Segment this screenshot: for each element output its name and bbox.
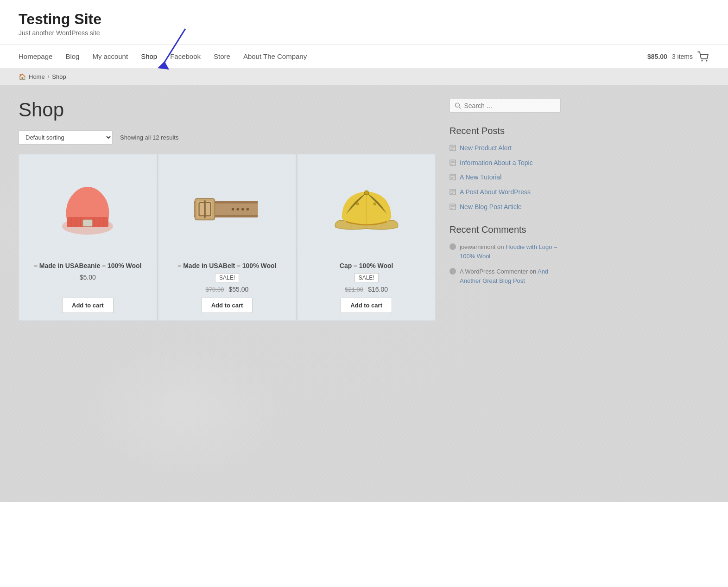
sort-select[interactable]: Default sortingSort by popularitySort by… xyxy=(19,130,113,145)
site-tagline: Just another WordPress site xyxy=(19,29,709,37)
comment-avatar xyxy=(449,243,456,250)
price-old-belt: $70.00 xyxy=(206,286,224,293)
cart-items: 3 items xyxy=(672,53,693,60)
belt-image xyxy=(190,182,264,238)
add-to-cart-beanie[interactable]: Add to cart xyxy=(62,298,114,313)
nav-links: HomepageBlogMy accountShopFacebookStoreA… xyxy=(19,46,647,67)
nav-link-homepage[interactable]: Homepage xyxy=(19,46,52,67)
product-name-cap: Cap – 100% Wool xyxy=(340,262,393,269)
post-icon xyxy=(449,204,456,210)
recent-posts-section: Recent Posts New Product Alert Informati… xyxy=(449,126,561,211)
recent-post-link[interactable]: A New Tutorial xyxy=(460,173,501,182)
sidebar-search xyxy=(449,99,561,113)
shop-content: Shop Default sortingSort by popularitySo… xyxy=(19,85,436,321)
comment-avatar xyxy=(449,268,456,274)
shop-title: Shop xyxy=(19,85,436,130)
recent-post-link[interactable]: New Blog Post Article xyxy=(460,203,522,212)
comment-text: joewarnimont on Hoodie with Logo – 100% … xyxy=(460,242,561,261)
cart-icon[interactable] xyxy=(697,51,709,62)
recent-post-link[interactable]: A Post About WordPress xyxy=(460,188,531,197)
cap-image xyxy=(329,180,404,240)
recent-post-item: Information About a Topic xyxy=(449,159,561,168)
site-title: Testing Site xyxy=(19,11,709,27)
shop-controls: Default sortingSort by popularitySort by… xyxy=(19,130,436,145)
product-card-cap: Cap – 100% Wool SALE! $21.00 $16.00 Add … xyxy=(297,154,436,321)
recent-post-item: A Post About WordPress xyxy=(449,188,561,197)
breadcrumb-home-link[interactable]: Home xyxy=(29,73,45,80)
product-image-cap xyxy=(305,164,428,256)
price-area-beanie: $5.00 xyxy=(80,273,96,281)
site-header: Testing Site Just another WordPress site xyxy=(0,0,728,45)
recent-comments-list: joewarnimont on Hoodie with Logo – 100% … xyxy=(449,242,561,285)
comment-text: A WordPress Commenter on And Another Gre… xyxy=(460,267,561,285)
recent-posts-title: Recent Posts xyxy=(449,126,561,136)
post-icon xyxy=(449,174,456,180)
add-to-cart-belt[interactable]: Add to cart xyxy=(202,298,253,313)
comment-author: joewarnimont xyxy=(460,243,495,250)
products-grid: – Made in USABeanie – 100% Wool $5.00 Ad… xyxy=(19,154,436,321)
nav-link-facebook[interactable]: Facebook xyxy=(170,46,201,67)
price-new-belt: $55.00 xyxy=(229,286,249,293)
recent-posts-list: New Product Alert Information About a To… xyxy=(449,144,561,211)
price-beanie: $5.00 xyxy=(80,274,96,281)
post-icon xyxy=(449,145,456,151)
svg-point-31 xyxy=(364,191,368,195)
svg-point-19 xyxy=(232,208,234,211)
recent-post-item: New Blog Post Article xyxy=(449,203,561,212)
price-area-cap: SALE! $21.00 $16.00 xyxy=(345,273,388,293)
nav-link-about-the-company[interactable]: About The Company xyxy=(243,46,307,67)
recent-comment-item: A WordPress Commenter on And Another Gre… xyxy=(449,267,561,285)
search-box[interactable] xyxy=(449,99,561,113)
breadcrumb-separator: / xyxy=(48,73,50,80)
post-icon xyxy=(449,189,456,195)
site-nav: HomepageBlogMy accountShopFacebookStoreA… xyxy=(0,45,728,69)
recent-post-item: A New Tutorial xyxy=(449,173,561,182)
post-icon xyxy=(449,160,456,166)
add-to-cart-cap[interactable]: Add to cart xyxy=(341,298,392,313)
cart-price: $85.00 xyxy=(647,53,667,60)
nav-cart[interactable]: $85.00 3 items xyxy=(647,51,709,62)
svg-point-3 xyxy=(706,60,708,61)
product-card-belt: – Made in USABelt – 100% Wool SALE! $70.… xyxy=(158,154,297,321)
svg-point-2 xyxy=(702,60,703,61)
beanie-image xyxy=(57,180,118,240)
results-count: Showing all 12 results xyxy=(120,134,178,141)
main-area: Shop Default sortingSort by popularitySo… xyxy=(0,85,728,502)
nav-link-my-account[interactable]: My account xyxy=(92,46,128,67)
svg-rect-6 xyxy=(83,220,92,226)
nav-link-shop[interactable]: Shop xyxy=(141,46,157,67)
price-old-cap: $21.00 xyxy=(345,286,363,293)
breadcrumb-home-icon: 🏠 xyxy=(19,73,26,80)
product-card-beanie: – Made in USABeanie – 100% Wool $5.00 Ad… xyxy=(19,154,157,321)
sidebar: Recent Posts New Product Alert Informati… xyxy=(449,85,561,321)
nav-link-store[interactable]: Store xyxy=(214,46,230,67)
svg-rect-23 xyxy=(204,200,206,218)
price-new-cap: $16.00 xyxy=(368,286,388,293)
product-image-belt xyxy=(166,164,289,256)
product-name-beanie: – Made in USABeanie – 100% Wool xyxy=(34,262,141,269)
comment-author: A WordPress Commenter xyxy=(460,268,528,275)
recent-post-item: New Product Alert xyxy=(449,144,561,153)
svg-point-18 xyxy=(236,208,239,211)
sale-badge-cap: SALE! xyxy=(355,273,379,282)
search-input[interactable] xyxy=(464,102,556,109)
product-name-belt: – Made in USABelt – 100% Wool xyxy=(178,262,277,269)
recent-comments-section: Recent Comments joewarnimont on Hoodie w… xyxy=(449,224,561,285)
price-area-belt: SALE! $70.00 $55.00 xyxy=(206,273,249,293)
breadcrumb-current: Shop xyxy=(52,73,66,80)
sale-badge-belt: SALE! xyxy=(215,273,239,282)
breadcrumb: 🏠 Home / Shop xyxy=(0,69,728,85)
product-image-beanie xyxy=(26,164,149,256)
recent-post-link[interactable]: New Product Alert xyxy=(460,144,512,153)
main-layout: Shop Default sortingSort by popularitySo… xyxy=(0,85,728,321)
svg-point-30 xyxy=(356,203,358,205)
svg-point-29 xyxy=(373,203,376,205)
svg-line-33 xyxy=(459,107,461,108)
svg-point-16 xyxy=(247,208,249,211)
recent-comment-item: joewarnimont on Hoodie with Logo – 100% … xyxy=(449,242,561,261)
recent-post-link[interactable]: Information About a Topic xyxy=(460,159,533,168)
svg-point-17 xyxy=(241,208,244,211)
search-icon xyxy=(455,102,462,109)
nav-link-blog[interactable]: Blog xyxy=(65,46,79,67)
recent-comments-title: Recent Comments xyxy=(449,224,561,235)
